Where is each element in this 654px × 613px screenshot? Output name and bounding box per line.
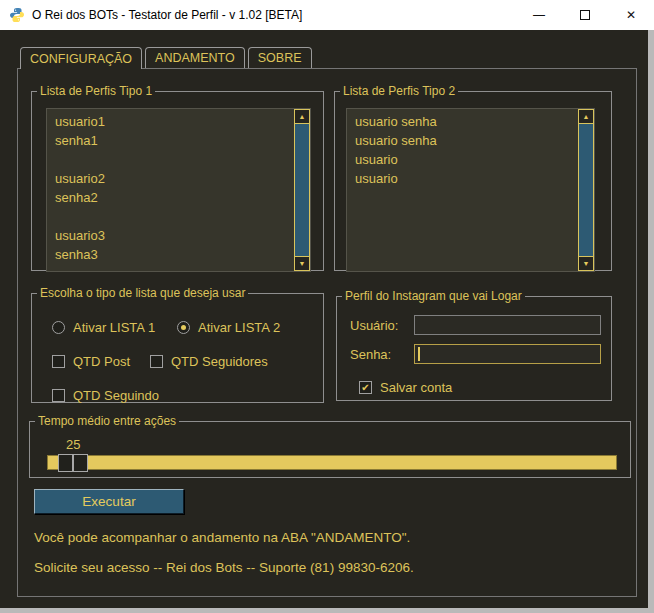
group-perfil-instagram: Perfil do Instagram que vai Logar Usuári… xyxy=(336,289,612,401)
checkbox-icon[interactable] xyxy=(150,355,163,368)
radio-icon[interactable] xyxy=(52,321,65,334)
footer-andamento-hint: Você pode acompanhar o andamento na ABA … xyxy=(34,530,410,545)
checkbox-qtd-seguindo[interactable]: QTD Seguindo xyxy=(52,388,159,403)
lista-tipo-1-listbox[interactable]: usuario1 senha1 usuario2 senha2 usuario3… xyxy=(46,108,311,272)
checkbox-qtd-seguidores-label: QTD Seguidores xyxy=(171,354,268,369)
checkbox-salvar-conta[interactable]: ✔ Salvar conta xyxy=(359,380,452,395)
scroll-up-icon[interactable]: ▲ xyxy=(579,110,593,123)
group-tempo-medio: Tempo médio entre ações 25 xyxy=(29,414,631,478)
senha-field-wrap xyxy=(414,344,601,364)
checkbox-qtd-seguidores[interactable]: QTD Seguidores xyxy=(150,354,268,369)
text-caret xyxy=(418,347,420,361)
checkbox-icon[interactable] xyxy=(52,389,65,402)
minimize-button[interactable]: — xyxy=(516,0,562,30)
checkbox-qtd-post-label: QTD Post xyxy=(73,354,130,369)
lista-tipo-2-content[interactable]: usuario senha usuario senha usuario usua… xyxy=(347,109,578,271)
group-lista-tipo-2: Lista de Perfis Tipo 2 usuario senha usu… xyxy=(334,84,612,271)
senha-label: Senha: xyxy=(350,347,391,362)
checkbox-checked-icon[interactable]: ✔ xyxy=(359,381,372,394)
radio-ativar-lista-1[interactable]: Ativar LISTA 1 xyxy=(52,320,155,335)
group-lista-tipo-1: Lista de Perfis Tipo 1 usuario1 senha1 u… xyxy=(31,84,324,271)
close-button[interactable]: ✕ xyxy=(608,0,654,30)
tab-andamento[interactable]: ANDAMENTO xyxy=(145,47,245,68)
group-perfil-instagram-legend: Perfil do Instagram que vai Logar xyxy=(342,289,525,303)
checkbox-icon[interactable] xyxy=(52,355,65,368)
group-tipo-lista: Escolha o tipo de lista que deseja usar … xyxy=(31,286,324,403)
radio-checked-icon[interactable] xyxy=(177,321,190,334)
lista-tipo-1-scrollbar[interactable]: ▲ ▼ xyxy=(294,109,310,271)
scroll-down-icon[interactable]: ▼ xyxy=(295,257,309,270)
scroll-down-icon[interactable]: ▼ xyxy=(579,257,593,270)
checkbox-salvar-conta-label: Salvar conta xyxy=(380,380,452,395)
configuracao-panel: Lista de Perfis Tipo 1 usuario1 senha1 u… xyxy=(17,68,637,597)
tab-bar: CONFIGURAÇÃO ANDAMENTO SOBRE xyxy=(20,47,315,68)
usuario-input[interactable] xyxy=(414,315,601,335)
window-frame-right xyxy=(648,30,654,608)
senha-input[interactable] xyxy=(414,344,601,364)
window-controls: — ✕ xyxy=(516,0,654,30)
close-icon: ✕ xyxy=(626,8,636,22)
lista-tipo-2-listbox[interactable]: usuario senha usuario senha usuario usua… xyxy=(346,108,595,272)
radio-ativar-lista-2-label: Ativar LISTA 2 xyxy=(198,320,280,335)
window-title: O Rei dos BOTs - Testator de Perfil - v … xyxy=(32,8,516,22)
titlebar: O Rei dos BOTs - Testator de Perfil - v … xyxy=(0,0,654,30)
lista-tipo-1-content[interactable]: usuario1 senha1 usuario2 senha2 usuario3… xyxy=(47,109,294,271)
slider-handle-cell xyxy=(73,454,88,472)
group-lista-tipo-2-legend: Lista de Perfis Tipo 2 xyxy=(340,84,458,98)
python-app-icon xyxy=(9,7,25,23)
group-tipo-lista-legend: Escolha o tipo de lista que deseja usar xyxy=(37,286,248,300)
radio-ativar-lista-1-label: Ativar LISTA 1 xyxy=(73,320,155,335)
slider-handle-cell xyxy=(58,454,73,472)
tempo-slider-track[interactable] xyxy=(47,455,617,470)
minimize-icon: — xyxy=(533,8,545,22)
lista-tipo-2-scrollbar[interactable]: ▲ ▼ xyxy=(578,109,594,271)
radio-ativar-lista-2[interactable]: Ativar LISTA 2 xyxy=(177,320,280,335)
group-tempo-medio-legend: Tempo médio entre ações xyxy=(35,414,179,428)
client-area: CONFIGURAÇÃO ANDAMENTO SOBRE Lista de Pe… xyxy=(0,30,648,608)
slider-value: 25 xyxy=(66,437,80,452)
scrollbar-thumb[interactable] xyxy=(295,123,309,257)
maximize-icon xyxy=(580,10,590,20)
scroll-up-icon[interactable]: ▲ xyxy=(295,110,309,123)
tab-configuracao[interactable]: CONFIGURAÇÃO xyxy=(20,47,142,69)
group-lista-tipo-1-legend: Lista de Perfis Tipo 1 xyxy=(37,84,155,98)
usuario-field-wrap xyxy=(414,315,601,335)
window-frame-bottom xyxy=(0,608,654,613)
scrollbar-thumb[interactable] xyxy=(579,123,593,257)
executar-button[interactable]: Executar xyxy=(34,489,184,514)
usuario-label: Usuário: xyxy=(350,318,398,333)
tempo-slider-handle[interactable] xyxy=(58,454,88,472)
tab-sobre[interactable]: SOBRE xyxy=(248,47,312,68)
checkbox-qtd-seguindo-label: QTD Seguindo xyxy=(73,388,159,403)
checkbox-qtd-post[interactable]: QTD Post xyxy=(52,354,130,369)
maximize-button[interactable] xyxy=(562,0,608,30)
executar-button-label: Executar xyxy=(82,494,135,509)
footer-support-info: Solicite seu acesso -- Rei dos Bots -- S… xyxy=(34,560,414,575)
